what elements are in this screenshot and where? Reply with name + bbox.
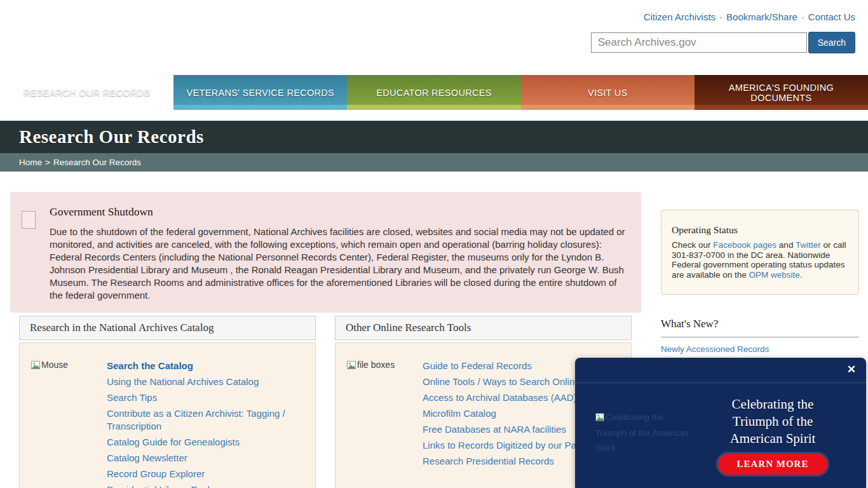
- search-input[interactable]: [591, 32, 807, 53]
- link-catalog-newsletter[interactable]: Catalog Newsletter: [107, 452, 187, 463]
- operating-status-text: Check our Facebook pages and Twitter or …: [672, 240, 848, 280]
- promo-modal: ✕ Celebrating the Triumph of the America…: [575, 358, 866, 488]
- close-icon[interactable]: ✕: [847, 363, 856, 376]
- broken-image-icon: [347, 361, 356, 371]
- whats-new-title: What's New?: [661, 318, 859, 330]
- contact-us-link[interactable]: Contact Us: [808, 11, 855, 22]
- link-guide-to-federal-records[interactable]: Guide to Federal Records: [423, 360, 532, 371]
- promo-image-placeholder: Celebrating the Triumph of the American …: [595, 410, 691, 475]
- promo-heading: Celebrating the Triumph of the American …: [691, 396, 855, 447]
- promo-modal-topbar: ✕: [575, 358, 866, 383]
- catalog-panel: Research in the National Archives Catalo…: [19, 316, 316, 488]
- link-search-tips[interactable]: Search Tips: [107, 392, 157, 403]
- status-text: and: [776, 240, 796, 250]
- nav-americas-founding-documents[interactable]: AMERICA'S FOUNDING DOCUMENTS: [695, 75, 868, 110]
- alert-title: Government Shutdown: [50, 205, 153, 219]
- link-record-group-explorer[interactable]: Record Group Explorer: [107, 468, 205, 479]
- learn-more-button[interactable]: LEARN MORE: [718, 454, 828, 475]
- link-separator: ·: [801, 11, 804, 22]
- breadcrumb-current: Research Our Records: [53, 158, 141, 167]
- title-band: Research Our Records: [0, 121, 868, 153]
- tools-image-placeholder: file boxes: [347, 360, 423, 488]
- nav-visit-us[interactable]: VISIT US: [521, 75, 695, 110]
- bookmark-share-link[interactable]: Bookmark/Share: [726, 11, 797, 22]
- facebook-pages-link[interactable]: Facebook pages: [713, 240, 776, 250]
- page-title: Research Our Records: [19, 126, 204, 147]
- site-header: Citizen Archivists·Bookmark/Share·Contac…: [0, 0, 868, 69]
- operating-status-box: Operating Status Check our Facebook page…: [661, 210, 859, 295]
- promo-heading-line: Triumph of the: [691, 413, 855, 430]
- alert-image-placeholder-icon: [22, 211, 36, 229]
- twitter-link[interactable]: Twitter: [796, 240, 821, 250]
- nav-educator-resources[interactable]: EDUCATOR RESOURCES: [347, 75, 520, 110]
- link-presidential-library-explorer[interactable]: Presidential Library Explorer: [107, 484, 226, 488]
- opm-website-link[interactable]: OPM website: [749, 270, 800, 280]
- whats-new-section: What's New? Newly Accessioned Records: [661, 318, 859, 355]
- catalog-panel-body: Mouse Search the Catalog Using the Natio…: [19, 342, 316, 488]
- nav-research-our-records[interactable]: RESEARCH OUR RECORDS: [0, 75, 173, 110]
- promo-heading-line: Celebrating the: [691, 396, 855, 413]
- breadcrumb-separator: >: [45, 158, 50, 167]
- catalog-image-placeholder: Mouse: [31, 360, 107, 488]
- broken-image-icon: [31, 361, 40, 371]
- promo-content: Celebrating the Triumph of the American …: [691, 395, 855, 475]
- link-aad[interactable]: Access to Archival Databases (AAD): [423, 392, 577, 403]
- utility-links: Citizen Archivists·Bookmark/Share·Contac…: [644, 11, 855, 22]
- promo-heading-line: American Spirit: [691, 430, 855, 447]
- whats-new-divider: [661, 337, 859, 337]
- link-separator: ·: [719, 11, 722, 22]
- nav-veterans-service-records[interactable]: VETERANS' SERVICE RECORDS: [173, 75, 347, 110]
- catalog-image-alt-text: Mouse: [41, 360, 68, 370]
- link-records-digitized-by-partners[interactable]: Links to Records Digitized by our Partne…: [423, 440, 600, 451]
- promo-image-alt-text: Celebrating the Triumph of the American …: [595, 412, 689, 452]
- breadcrumb-home-link[interactable]: Home: [19, 158, 42, 167]
- search-button[interactable]: Search: [808, 32, 855, 53]
- link-free-databases[interactable]: Free Databases at NARA facilities: [423, 424, 566, 435]
- tools-link-list: Guide to Federal Records Online Tools / …: [423, 360, 600, 488]
- breadcrumb: Home > Research Our Records: [0, 153, 868, 172]
- broken-image-icon: [595, 411, 604, 426]
- status-text: .: [800, 270, 803, 280]
- link-research-presidential-records[interactable]: Research Presidential Records: [423, 456, 554, 466]
- operating-status-title: Operating Status: [672, 224, 848, 236]
- promo-modal-body: Celebrating the Triumph of the American …: [575, 383, 866, 475]
- link-microfilm-catalog[interactable]: Microfilm Catalog: [423, 408, 496, 419]
- link-online-tools[interactable]: Online Tools / Ways to Search Online: [423, 376, 580, 387]
- link-using-the-catalog[interactable]: Using the National Archives Catalog: [107, 376, 259, 387]
- link-search-the-catalog[interactable]: Search the Catalog: [107, 360, 193, 371]
- government-shutdown-alert: Government Shutdown Due to the shutdown …: [10, 192, 641, 313]
- search-bar: Search: [591, 32, 855, 53]
- link-citizen-archivist-tagging[interactable]: Contribute as a Citizen Archivist: Taggi…: [107, 408, 285, 431]
- tools-image-alt-text: file boxes: [357, 360, 395, 370]
- catalog-link-list: Search the Catalog Using the National Ar…: [107, 360, 308, 488]
- tools-panel-title: Other Online Research Tools: [335, 316, 632, 340]
- newly-accessioned-records-link[interactable]: Newly Accessioned Records: [661, 344, 769, 354]
- citizen-archivists-link[interactable]: Citizen Archivists: [644, 11, 715, 22]
- catalog-panel-title: Research in the National Archives Catalo…: [19, 316, 316, 340]
- alert-body: Due to the shutdown of the federal gover…: [50, 226, 629, 302]
- main-nav: RESEARCH OUR RECORDS VETERANS' SERVICE R…: [0, 75, 868, 110]
- status-text: Check our: [672, 240, 713, 250]
- link-catalog-guide-genealogists[interactable]: Catalog Guide for Genealogists: [107, 437, 240, 447]
